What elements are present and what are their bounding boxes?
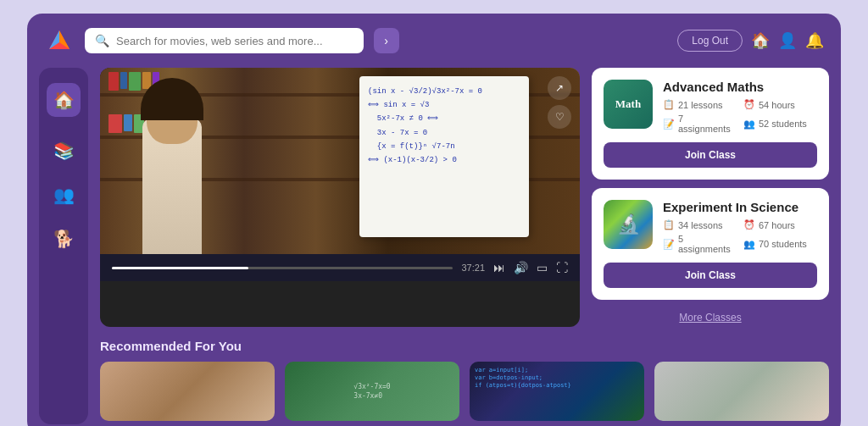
volume-icon[interactable]: 🔊 bbox=[514, 261, 528, 274]
card-info-maths: Advanced Maths 📋 21 lessons ⏰ 54 hours bbox=[663, 80, 817, 134]
maths-hours: ⏰ 54 hours bbox=[743, 99, 817, 110]
bell-icon[interactable]: 🔔 bbox=[805, 31, 824, 50]
math-label: Math bbox=[615, 97, 641, 111]
search-input[interactable] bbox=[116, 35, 353, 47]
sci-lessons-icon: 📋 bbox=[663, 219, 675, 230]
maths-students-label: 52 students bbox=[759, 119, 807, 129]
recommended-thumb-4[interactable] bbox=[654, 362, 829, 421]
math-thumbnail: Math bbox=[604, 80, 653, 129]
science-lessons: 📋 34 lessons bbox=[663, 219, 737, 230]
science-stats: 📋 34 lessons ⏰ 67 hours 📝 bbox=[663, 219, 817, 254]
maths-assignments: 📝 7 assignments bbox=[663, 113, 737, 134]
science-students: 👥 70 students bbox=[743, 234, 817, 254]
more-classes-link[interactable]: More Classes bbox=[592, 308, 829, 327]
sci-hours-icon: ⏰ bbox=[743, 219, 755, 230]
course-card-science: 🔬 Experiment In Science 📋 34 lessons bbox=[592, 188, 829, 300]
science-lessons-label: 34 lessons bbox=[678, 220, 723, 230]
share-icon[interactable]: ↗ bbox=[548, 76, 571, 100]
maths-students: 👥 52 students bbox=[743, 113, 817, 134]
sidebar-item-library[interactable]: 📚 bbox=[53, 141, 75, 161]
recommended-title: Recommended For You bbox=[100, 339, 829, 353]
recommended-thumb-3[interactable]: var a=input[i];var b=dotpos-input;if (at… bbox=[470, 362, 644, 421]
search-icon: 🔍 bbox=[95, 34, 109, 47]
join-science-button[interactable]: Join Class bbox=[604, 263, 817, 288]
maths-lessons-label: 21 lessons bbox=[678, 100, 723, 110]
main-content: (sin x - √3/2)√3x²-7x = 0 ⟺ sin x = √3 5… bbox=[100, 68, 829, 424]
students-icon: 👥 bbox=[743, 119, 755, 130]
maths-lessons: 📋 21 lessons bbox=[663, 99, 737, 110]
video-player: (sin x - √3/2)√3x²-7x = 0 ⟺ sin x = √3 5… bbox=[100, 68, 580, 327]
join-maths-button[interactable]: Join Class bbox=[604, 142, 817, 168]
science-title: Experiment In Science bbox=[663, 200, 817, 214]
sidebar-item-community[interactable]: 👥 bbox=[53, 185, 75, 205]
science-assignments: 📝 5 assignments bbox=[663, 234, 737, 254]
logo bbox=[44, 25, 75, 56]
progress-bar[interactable] bbox=[112, 267, 453, 269]
hours-icon: ⏰ bbox=[743, 99, 755, 110]
fullscreen-icon[interactable]: ⛶ bbox=[556, 261, 568, 274]
cards-panel: Math Advanced Maths 📋 21 lessons bbox=[592, 68, 829, 327]
sci-assign-icon: 📝 bbox=[663, 239, 675, 250]
course-card-maths: Math Advanced Maths 📋 21 lessons bbox=[592, 68, 829, 180]
maths-assignments-label: 7 assignments bbox=[678, 113, 737, 134]
video-controls: 37:21 ⏭ 🔊 ▭ ⛶ bbox=[100, 254, 580, 281]
science-assignments-label: 5 assignments bbox=[678, 234, 737, 254]
user-icon[interactable]: 👤 bbox=[778, 31, 797, 50]
home-icon[interactable]: 🏠 bbox=[751, 31, 770, 50]
science-thumb-icon: 🔬 bbox=[617, 213, 640, 235]
lessons-icon: 📋 bbox=[663, 99, 675, 110]
recommended-section: Recommended For You √3x²-7x=03x-7x≠0 var… bbox=[100, 339, 829, 424]
body: 🏠 📚 👥 🐕 bbox=[27, 68, 841, 426]
subtitles-icon[interactable]: ▭ bbox=[537, 261, 548, 274]
search-bar: 🔍 bbox=[85, 28, 364, 53]
science-hours: ⏰ 67 hours bbox=[743, 219, 817, 230]
card-info-science: Experiment In Science 📋 34 lessons ⏰ 67 … bbox=[663, 200, 817, 254]
whiteboard: (sin x - √3/2)√3x²-7x = 0 ⟺ sin x = √3 5… bbox=[359, 76, 529, 237]
maths-stats: 📋 21 lessons ⏰ 54 hours 📝 bbox=[663, 99, 817, 134]
search-arrow-button[interactable]: › bbox=[374, 28, 399, 53]
maths-hours-label: 54 hours bbox=[759, 100, 795, 110]
recommended-thumb-1[interactable] bbox=[100, 362, 275, 421]
science-students-label: 70 students bbox=[759, 239, 807, 249]
sci-students-icon: 👥 bbox=[743, 239, 755, 250]
heart-icon[interactable]: ♡ bbox=[548, 105, 571, 129]
header: 🔍 › Log Out 🏠 👤 🔔 bbox=[27, 14, 841, 68]
top-section: (sin x - √3/2)√3x²-7x = 0 ⟺ sin x = √3 5… bbox=[100, 68, 829, 327]
assignments-icon: 📝 bbox=[663, 119, 675, 130]
card-top-maths: Math Advanced Maths 📋 21 lessons bbox=[604, 80, 817, 134]
science-thumbnail: 🔬 bbox=[604, 200, 653, 249]
recommended-thumbnails: √3x²-7x=03x-7x≠0 var a=input[i];var b=do… bbox=[100, 362, 829, 421]
maths-title: Advanced Maths bbox=[663, 80, 817, 94]
progress-fill bbox=[112, 267, 248, 269]
science-hours-label: 67 hours bbox=[759, 220, 795, 230]
logout-button[interactable]: Log Out bbox=[677, 30, 743, 52]
sidebar-item-profile[interactable]: 🐕 bbox=[53, 229, 75, 249]
app-container: 🔍 › Log Out 🏠 👤 🔔 🏠 📚 👥 🐕 bbox=[27, 14, 841, 426]
recommended-thumb-2[interactable]: √3x²-7x=03x-7x≠0 bbox=[285, 362, 459, 421]
sidebar: 🏠 📚 👥 🐕 bbox=[39, 68, 88, 424]
card-top-science: 🔬 Experiment In Science 📋 34 lessons bbox=[604, 200, 817, 254]
time-label: 37:21 bbox=[461, 263, 485, 273]
video-icons: ↗ ♡ bbox=[548, 76, 571, 129]
header-actions: Log Out 🏠 👤 🔔 bbox=[677, 30, 824, 52]
play-next-icon[interactable]: ⏭ bbox=[493, 261, 505, 274]
sidebar-item-home[interactable]: 🏠 bbox=[47, 83, 81, 117]
video-bg: (sin x - √3/2)√3x²-7x = 0 ⟺ sin x = √3 5… bbox=[100, 68, 580, 254]
